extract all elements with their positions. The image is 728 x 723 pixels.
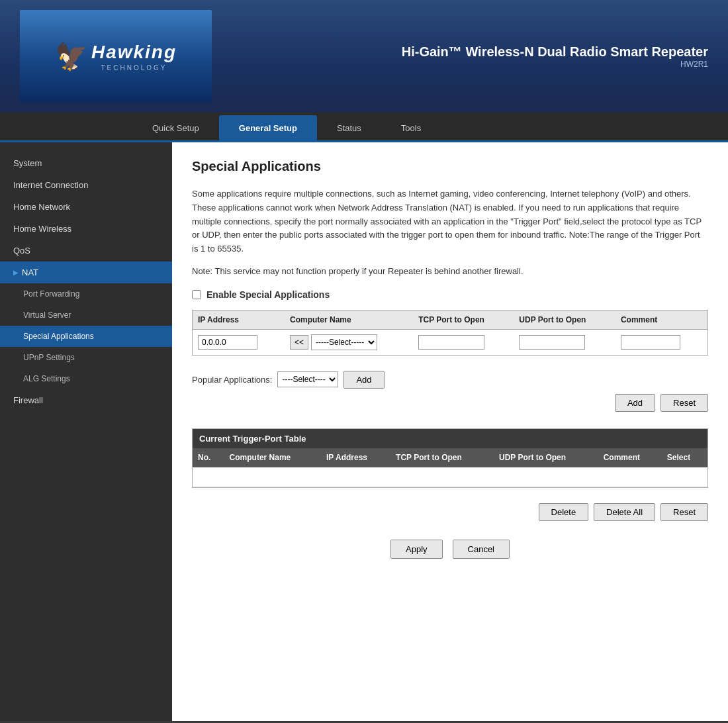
comment-input[interactable] <box>621 335 680 350</box>
sidebar-item-alg-settings[interactable]: ALG Settings <box>0 368 172 389</box>
enable-checkbox[interactable] <box>192 290 201 299</box>
logo-brand: Hawking <box>91 42 177 63</box>
ip-address-input[interactable] <box>198 335 257 350</box>
computer-name-select[interactable]: -----Select----- <box>311 334 377 350</box>
trigger-table-container: Current Trigger-Port Table No. Computer … <box>192 428 708 488</box>
trigger-table-title: Current Trigger-Port Table <box>193 429 707 448</box>
sidebar: System Internet Connection Home Network … <box>0 142 172 721</box>
sidebar-item-internet-connection[interactable]: Internet Connection <box>0 174 172 196</box>
tab-quick-setup[interactable]: Quick Setup <box>132 115 219 140</box>
sidebar-item-firewall[interactable]: Firewall <box>0 389 172 411</box>
header: 🦅 Hawking TECHNOLOGY Hi-Gain™ Wireless-N… <box>0 0 728 113</box>
tab-tools[interactable]: Tools <box>381 115 441 140</box>
cc-button[interactable]: << <box>290 335 308 350</box>
popular-apps-row: Popular Applications: ----Select---- Add <box>192 365 708 394</box>
add-button[interactable]: Add <box>615 394 655 412</box>
sidebar-item-port-forwarding[interactable]: Port Forwarding <box>0 283 172 305</box>
btn-row: Add Reset <box>192 394 708 412</box>
popular-apps-select[interactable]: ----Select---- <box>277 371 338 387</box>
enable-row: Enable Special Applications <box>192 289 708 300</box>
trigger-col-select: Select <box>662 448 707 467</box>
logo-box: 🦅 Hawking TECHNOLOGY <box>20 10 212 103</box>
tab-status[interactable]: Status <box>317 115 381 140</box>
trigger-reset-button[interactable]: Reset <box>660 503 708 521</box>
description-text: Some applications require multiple conne… <box>192 187 708 256</box>
sidebar-item-system[interactable]: System <box>0 152 172 174</box>
sidebar-item-nat[interactable]: ▶ NAT <box>0 262 172 283</box>
udp-port-cell <box>514 329 615 355</box>
trigger-col-computer-name: Computer Name <box>224 448 321 467</box>
popular-apps-label: Popular Applications: <box>192 375 272 385</box>
table-header-row: IP Address Computer Name TCP Port to Ope… <box>193 311 707 330</box>
trigger-col-no: No. <box>193 448 224 467</box>
delete-button[interactable]: Delete <box>539 503 589 521</box>
note-text: Note: This service may not function prop… <box>192 266 708 276</box>
col-udp-port: UDP Port to Open <box>514 311 615 330</box>
tcp-port-input[interactable] <box>418 335 484 350</box>
logo-bird-icon: 🦅 <box>55 41 88 72</box>
sidebar-item-home-network[interactable]: Home Network <box>0 196 172 218</box>
sidebar-item-upnp-settings[interactable]: UPnP Settings <box>0 347 172 368</box>
trigger-col-udp-port: UDP Port to Open <box>494 448 598 467</box>
main-layout: System Internet Connection Home Network … <box>0 142 728 721</box>
tcp-port-cell <box>413 329 514 355</box>
enable-label: Enable Special Applications <box>206 289 330 300</box>
col-comment: Comment <box>615 311 707 330</box>
col-ip-address: IP Address <box>193 311 285 330</box>
trigger-col-tcp-port: TCP Port to Open <box>390 448 494 467</box>
table-row: << -----Select----- <box>193 329 707 355</box>
action-row: Apply Cancel <box>192 540 708 559</box>
add-inline-button[interactable]: Add <box>343 371 384 389</box>
main-table-container: IP Address Computer Name TCP Port to Ope… <box>192 310 708 356</box>
product-model: HW2R1 <box>402 60 708 69</box>
brand-sub: TECHNOLOGY <box>91 64 177 72</box>
ip-address-cell <box>193 329 285 355</box>
brand-name: Hawking <box>91 42 177 63</box>
sidebar-item-home-wireless[interactable]: Home Wireless <box>0 218 172 240</box>
comment-cell <box>615 329 707 355</box>
arrow-icon: ▶ <box>13 269 19 276</box>
trigger-empty-row <box>193 467 707 487</box>
reset-button[interactable]: Reset <box>660 394 708 412</box>
trigger-col-ip-address: IP Address <box>321 448 390 467</box>
computer-name-cell: << -----Select----- <box>285 330 413 355</box>
trigger-table-header-row: No. Computer Name IP Address TCP Port to… <box>193 448 707 467</box>
trigger-table: No. Computer Name IP Address TCP Port to… <box>193 448 707 487</box>
udp-port-input[interactable] <box>519 335 585 350</box>
sidebar-item-virtual-server[interactable]: Virtual Server <box>0 305 172 326</box>
col-tcp-port: TCP Port to Open <box>413 311 514 330</box>
tab-general-setup[interactable]: General Setup <box>219 115 317 140</box>
delete-all-button[interactable]: Delete All <box>594 503 655 521</box>
apply-button[interactable]: Apply <box>390 540 443 559</box>
col-computer-name: Computer Name <box>285 311 413 330</box>
trigger-col-comment: Comment <box>598 448 662 467</box>
sidebar-item-special-applications[interactable]: Special Applications <box>0 326 172 347</box>
sidebar-item-qos[interactable]: QoS <box>0 240 172 262</box>
main-table: IP Address Computer Name TCP Port to Ope… <box>193 311 707 355</box>
nav-bar: Quick Setup General Setup Status Tools <box>0 113 728 142</box>
cancel-button[interactable]: Cancel <box>453 540 510 559</box>
content-area: Special Applications Some applications r… <box>172 142 728 721</box>
delete-row: Delete Delete All Reset <box>192 498 708 526</box>
page-title: Special Applications <box>192 159 708 174</box>
product-name: Hi-Gain™ Wireless-N Dual Radio Smart Rep… <box>402 44 708 60</box>
product-info: Hi-Gain™ Wireless-N Dual Radio Smart Rep… <box>402 44 708 69</box>
